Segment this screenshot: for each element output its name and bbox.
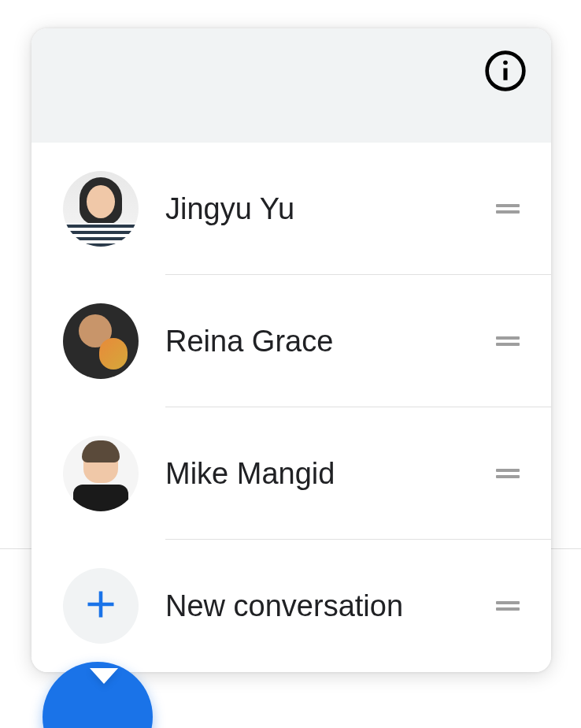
drag-handle-icon[interactable] (496, 336, 520, 346)
contact-name: Reina Grace (165, 325, 496, 358)
drag-handle-icon[interactable] (496, 601, 520, 611)
popup-header (31, 28, 551, 143)
contact-name: Mike Mangid (165, 457, 496, 491)
info-icon[interactable] (483, 49, 527, 93)
contact-name: Jingyu Yu (165, 192, 496, 226)
drag-handle-icon[interactable] (496, 204, 520, 214)
new-conversation-item[interactable]: New conversation (31, 540, 551, 672)
conversation-item[interactable]: Reina Grace (31, 275, 551, 407)
conversation-item[interactable]: Jingyu Yu (31, 143, 551, 275)
popup-pointer (90, 668, 118, 684)
avatar (63, 171, 139, 247)
conversation-item[interactable]: Mike Mangid (31, 407, 551, 540)
plus-avatar (63, 568, 139, 644)
avatar (63, 303, 139, 379)
svg-point-2 (503, 61, 508, 65)
avatar (63, 436, 139, 511)
drag-handle-icon[interactable] (496, 469, 520, 478)
conversations-popup: Jingyu Yu Reina Grace Mike Mangid (31, 28, 551, 672)
plus-icon (83, 587, 118, 625)
conversations-list: Jingyu Yu Reina Grace Mike Mangid (31, 143, 551, 672)
new-conversation-label: New conversation (165, 589, 496, 623)
